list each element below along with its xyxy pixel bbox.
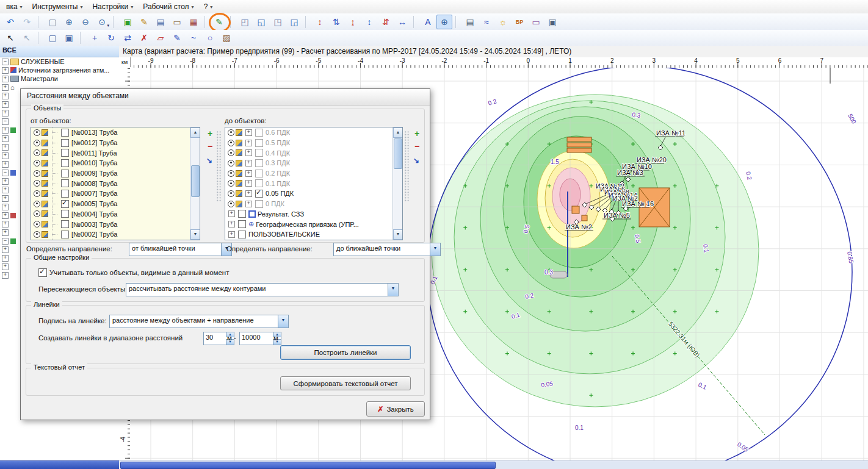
tree-expand-icon[interactable]: + bbox=[2, 67, 9, 74]
visibility-eye-icon[interactable] bbox=[34, 149, 40, 156]
to-pick-on-map-icon[interactable]: ↘ bbox=[411, 156, 421, 166]
to-list-item[interactable]: +0.6 ПДК bbox=[225, 127, 402, 138]
item-checkbox[interactable] bbox=[61, 149, 69, 157]
paint-can-icon[interactable] bbox=[236, 129, 242, 136]
pointer-icon[interactable]: ↖ bbox=[2, 30, 18, 45]
paint-can-icon[interactable] bbox=[236, 170, 242, 177]
visible-only-checkbox[interactable] bbox=[38, 268, 47, 277]
list-scrollbar[interactable]: ▲▼ bbox=[190, 127, 200, 240]
tree-expand-icon[interactable]: + bbox=[2, 101, 9, 108]
select-multi-icon[interactable]: ▣ bbox=[61, 30, 77, 45]
paint-can-icon[interactable] bbox=[42, 140, 48, 146]
paint-can-icon[interactable] bbox=[42, 221, 48, 227]
from-list-item[interactable]: [№0003] Труба bbox=[31, 219, 200, 229]
tree-expand-icon[interactable]: + bbox=[245, 201, 252, 207]
visibility-eye-icon[interactable] bbox=[228, 190, 234, 197]
curve-tool-icon[interactable]: ~ bbox=[186, 30, 201, 45]
tree-expand-icon[interactable]: + bbox=[245, 180, 252, 187]
tree-expand-icon[interactable]: + bbox=[245, 140, 252, 146]
hint-icon[interactable]: ☼ bbox=[495, 15, 511, 29]
measure-tool-1-icon[interactable]: ↕ bbox=[312, 15, 328, 29]
to-remove-icon[interactable]: − bbox=[412, 142, 422, 152]
tree-expand-icon[interactable]: + bbox=[2, 84, 9, 91]
paint-can-icon[interactable] bbox=[236, 180, 242, 187]
edit-object-icon[interactable]: ✎ bbox=[136, 15, 152, 29]
hatch-tool-icon[interactable]: ▨ bbox=[219, 30, 234, 45]
visibility-eye-icon[interactable] bbox=[228, 201, 234, 207]
item-checkbox[interactable] bbox=[61, 220, 69, 228]
tree-expand-icon[interactable]: + bbox=[2, 195, 9, 202]
paint-can-icon[interactable] bbox=[42, 170, 48, 177]
paint-can-icon[interactable] bbox=[236, 149, 242, 156]
item-checkbox[interactable] bbox=[61, 129, 69, 137]
visibility-eye-icon[interactable] bbox=[34, 190, 40, 197]
bp-icon[interactable]: БР bbox=[512, 15, 527, 29]
paint-can-icon[interactable] bbox=[236, 201, 242, 207]
visibility-eye-icon[interactable] bbox=[34, 201, 40, 207]
building[interactable] bbox=[567, 143, 591, 147]
tree-expand-icon[interactable]: + bbox=[245, 190, 252, 197]
delete-results-icon[interactable]: ▦ bbox=[186, 15, 201, 29]
to-list-item[interactable]: +0.3 ПДК bbox=[225, 158, 402, 168]
paint-can-icon[interactable] bbox=[42, 190, 48, 197]
add-object-icon[interactable]: ▣ bbox=[120, 15, 136, 29]
chevron-down-icon[interactable]: ▼ bbox=[278, 315, 288, 328]
visibility-eye-icon[interactable] bbox=[34, 180, 40, 187]
zoom-in-icon[interactable]: ⊕ bbox=[61, 15, 77, 29]
annotation-icon[interactable]: A bbox=[420, 15, 436, 29]
paint-can-icon[interactable] bbox=[42, 160, 48, 166]
from-remove-icon[interactable]: − bbox=[205, 142, 215, 152]
tree-expand-icon[interactable]: + bbox=[2, 187, 9, 193]
item-checkbox[interactable] bbox=[255, 159, 263, 167]
paint-can-icon[interactable] bbox=[42, 231, 48, 238]
visibility-eye-icon[interactable] bbox=[228, 180, 234, 187]
map-horizontal-scrollbar[interactable] bbox=[119, 460, 868, 469]
menu-item-spravka[interactable]: вка▾ bbox=[1, 1, 27, 13]
scroll-down-icon[interactable]: ▼ bbox=[190, 229, 200, 240]
to-list-item[interactable]: +0.1 ПДК bbox=[225, 178, 402, 188]
paint-can-icon[interactable] bbox=[236, 160, 242, 166]
tree-expand-icon[interactable]: − bbox=[2, 170, 9, 176]
paint-can-icon[interactable] bbox=[42, 180, 48, 187]
tree-expand-icon[interactable]: + bbox=[2, 263, 9, 270]
sidebar-bottom-scrollbar[interactable] bbox=[0, 460, 119, 469]
menu-item-settings[interactable]: Настройки▾ bbox=[87, 1, 138, 13]
visibility-eye-icon[interactable] bbox=[34, 231, 40, 238]
item-checkbox[interactable] bbox=[61, 190, 69, 198]
zoom-out-icon[interactable]: ⊖ bbox=[78, 15, 93, 29]
zoom-mode-icon[interactable]: ⊙▾ bbox=[94, 15, 110, 29]
from-list-item[interactable]: [№0010] Труба bbox=[31, 158, 200, 168]
send-to-back-icon[interactable]: ◱ bbox=[253, 15, 269, 29]
scroll-down-icon[interactable]: ▼ bbox=[393, 229, 403, 240]
paint-can-icon[interactable] bbox=[42, 129, 48, 136]
tree-expand-icon[interactable]: − bbox=[2, 59, 9, 65]
to-list-item[interactable]: +ПОЛЬЗОВАТЕЛЬСКИЕ bbox=[225, 229, 402, 240]
from-list-item[interactable]: [№0004] Труба bbox=[31, 209, 200, 220]
menu-item-tools[interactable]: Инструменты▾ bbox=[27, 1, 88, 13]
item-checkbox[interactable] bbox=[238, 210, 246, 218]
chevron-down-icon[interactable]: ▼ bbox=[430, 243, 440, 256]
visibility-eye-icon[interactable] bbox=[34, 129, 40, 136]
polygon-tool-icon[interactable]: ▱ bbox=[153, 30, 168, 45]
from-list-item[interactable]: [№0005] Труба bbox=[31, 199, 200, 209]
item-checkbox[interactable] bbox=[238, 220, 246, 228]
tree-expand-icon[interactable]: + bbox=[245, 149, 252, 156]
visibility-eye-icon[interactable] bbox=[34, 160, 40, 166]
paint-can-icon[interactable] bbox=[236, 190, 242, 197]
visibility-eye-icon[interactable] bbox=[34, 210, 40, 217]
splitter-grip[interactable] bbox=[216, 131, 222, 202]
item-checkbox[interactable] bbox=[238, 231, 246, 238]
tree-expand-icon[interactable]: − bbox=[2, 118, 9, 125]
profile-icon[interactable]: ≈ bbox=[479, 15, 494, 29]
scrollbar-thumb[interactable] bbox=[120, 462, 496, 469]
tree-expand-icon[interactable]: + bbox=[2, 152, 9, 159]
move-down-layer-icon[interactable]: ◲ bbox=[286, 15, 302, 29]
chevron-down-icon[interactable]: ▼ bbox=[388, 284, 398, 296]
from-list-item[interactable]: [№0007] Труба bbox=[31, 188, 200, 199]
move-object-icon[interactable]: + bbox=[87, 30, 103, 45]
scroll-up-icon[interactable]: ▲ bbox=[393, 127, 403, 138]
item-checkbox[interactable] bbox=[255, 129, 263, 137]
to-add-icon[interactable]: + bbox=[412, 129, 422, 139]
paint-can-icon[interactable] bbox=[42, 210, 48, 217]
from-pick-on-map-icon[interactable]: ↘ bbox=[204, 156, 214, 166]
